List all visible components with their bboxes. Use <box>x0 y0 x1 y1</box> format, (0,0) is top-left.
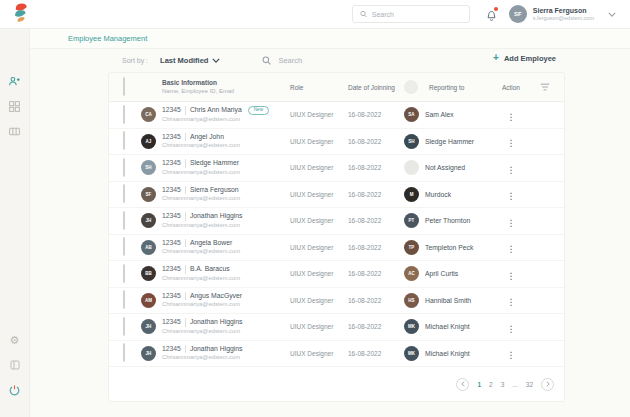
employee-avatar: AB <box>141 240 156 255</box>
employee-name: B.A. Baracus <box>185 265 230 273</box>
joining-date: 16-08-2022 <box>348 323 404 330</box>
reporting-to-name: Sam Alex <box>425 111 454 118</box>
table-row: JH 12345 Jonathan Higgins Chrisannmariya… <box>109 341 564 368</box>
next-page-button[interactable] <box>541 378 554 391</box>
table-row: JH 12345 Jonathan Higgins Chrisannmariya… <box>109 208 564 235</box>
reporting-to-name: April Curtis <box>425 270 458 277</box>
table-row: JH 12345 Jonathan Higgins Chrisannmariya… <box>109 314 564 341</box>
employee-email: Chrisannmariya@edstem.com <box>162 169 290 176</box>
main-content: Employee Management Sort by : Last Modif… <box>30 29 630 417</box>
joining-date: 16-08-2022 <box>348 270 404 277</box>
table-search-input[interactable] <box>276 55 346 66</box>
breadcrumb[interactable]: Employee Management <box>68 34 147 43</box>
user-email: s.ferguson@edstem.com <box>533 15 594 22</box>
global-search-input[interactable] <box>372 11 462 18</box>
row-menu-button[interactable] <box>507 350 516 360</box>
row-checkbox[interactable] <box>123 237 125 256</box>
employee-id: 12345 <box>162 265 181 273</box>
user-menu-chevron-down-icon[interactable] <box>608 12 616 17</box>
page-number[interactable]: ... <box>512 381 517 388</box>
header-date-of-joining: Date of Joinning <box>348 84 404 91</box>
reporting-avatar <box>404 160 419 175</box>
page-number[interactable]: 32 <box>526 381 533 388</box>
row-menu-button[interactable] <box>507 271 516 281</box>
row-checkbox[interactable] <box>123 290 125 309</box>
joining-date: 16-08-2022 <box>348 164 404 171</box>
projects-icon <box>8 125 21 138</box>
sidebar-item-settings[interactable]: ⚙ <box>7 332 23 348</box>
app-logo-icon <box>10 2 30 26</box>
joining-date: 16-08-2022 <box>348 297 404 304</box>
employee-id: 12345 <box>162 292 181 300</box>
employee-role: UIUX Designer <box>290 111 348 118</box>
table-row: SH 12345 Sledge Hammer Chrisannmariya@ed… <box>109 155 564 182</box>
row-checkbox[interactable] <box>123 158 125 177</box>
reporting-to-name: Not Assigned <box>425 164 465 171</box>
row-checkbox[interactable] <box>123 131 125 150</box>
joining-date: 16-08-2022 <box>348 191 404 198</box>
reporting-to-name: Michael Knight <box>425 350 470 357</box>
sidebar-item-projects[interactable] <box>7 123 23 139</box>
avatar-placeholder <box>404 80 418 94</box>
notifications-bell-icon[interactable] <box>486 8 497 20</box>
row-menu-button[interactable] <box>507 297 516 307</box>
row-checkbox[interactable] <box>123 264 125 283</box>
sidebar-item-panel[interactable] <box>7 357 23 373</box>
row-menu-button[interactable] <box>507 138 516 148</box>
header-action: Action <box>502 84 520 91</box>
filter-sort-icon[interactable] <box>540 83 550 91</box>
sort-value: Last Modified <box>160 56 208 65</box>
row-checkbox[interactable] <box>123 105 125 124</box>
employee-id: 12345 <box>162 318 181 326</box>
sidebar-item-employees[interactable] <box>7 73 23 89</box>
joining-date: 16-08-2022 <box>348 138 404 145</box>
row-menu-button[interactable] <box>507 244 516 254</box>
table-row: SF 12345 Sierra Ferguson Chrisannmariya@… <box>109 182 564 209</box>
joining-date: 16-08-2022 <box>348 111 404 118</box>
top-bar: SF Sierra Ferguson s.ferguson@edstem.com <box>0 0 630 29</box>
table-row: AB 12345 Angela Bower Chrisannmariya@eds… <box>109 235 564 262</box>
employee-id: 12345 <box>162 212 181 220</box>
sidebar-nav: ⚙ <box>0 29 30 417</box>
header-basic-sub: Name, Employee ID, Email <box>162 88 290 96</box>
row-checkbox[interactable] <box>123 343 125 362</box>
header-role: Role <box>290 84 348 91</box>
pagination: 123...32 <box>109 367 564 401</box>
page-number[interactable]: 2 <box>489 381 493 388</box>
row-checkbox[interactable] <box>123 184 125 203</box>
row-checkbox[interactable] <box>123 317 125 336</box>
sidebar-item-logout[interactable] <box>7 382 23 398</box>
reporting-to-name: Murdock <box>425 191 451 198</box>
row-menu-button[interactable] <box>507 218 516 228</box>
reporting-avatar: MK <box>404 346 419 361</box>
employee-email: Chrisannmariya@edstem.com <box>162 195 290 202</box>
page-number[interactable]: 3 <box>501 381 505 388</box>
employee-avatar: SH <box>141 160 156 175</box>
chevron-right-icon <box>546 381 550 387</box>
user-info: Sierra Ferguson s.ferguson@edstem.com <box>533 6 594 22</box>
page-numbers: 123...32 <box>477 381 533 388</box>
sort-dropdown[interactable]: Last Modified <box>160 56 220 65</box>
employee-name: Angus MacGyver <box>185 292 242 300</box>
employee-avatar: AJ <box>141 134 156 149</box>
joining-date: 16-08-2022 <box>348 350 404 357</box>
row-checkbox[interactable] <box>123 211 125 230</box>
employee-id: 12345 <box>162 186 181 194</box>
table-search <box>262 55 346 66</box>
add-employee-button[interactable]: + Add Employee <box>493 53 556 63</box>
prev-page-button[interactable] <box>456 378 469 391</box>
user-avatar[interactable]: SF <box>509 5 527 23</box>
row-menu-button[interactable] <box>507 112 516 122</box>
select-all-checkbox[interactable] <box>123 77 125 96</box>
row-menu-button[interactable] <box>507 191 516 201</box>
panel-icon <box>9 359 21 371</box>
employee-id: 12345 <box>162 159 181 167</box>
employee-role: UIUX Designer <box>290 164 348 171</box>
employee-name: Jonathan Higgins <box>185 212 243 220</box>
row-menu-button[interactable] <box>507 165 516 175</box>
page-number[interactable]: 1 <box>477 381 481 388</box>
employee-table: Basic Information Name, Employee ID, Ema… <box>108 72 565 402</box>
employee-id: 12345 <box>162 345 181 353</box>
sidebar-item-departments[interactable] <box>7 98 23 114</box>
row-menu-button[interactable] <box>507 324 516 334</box>
